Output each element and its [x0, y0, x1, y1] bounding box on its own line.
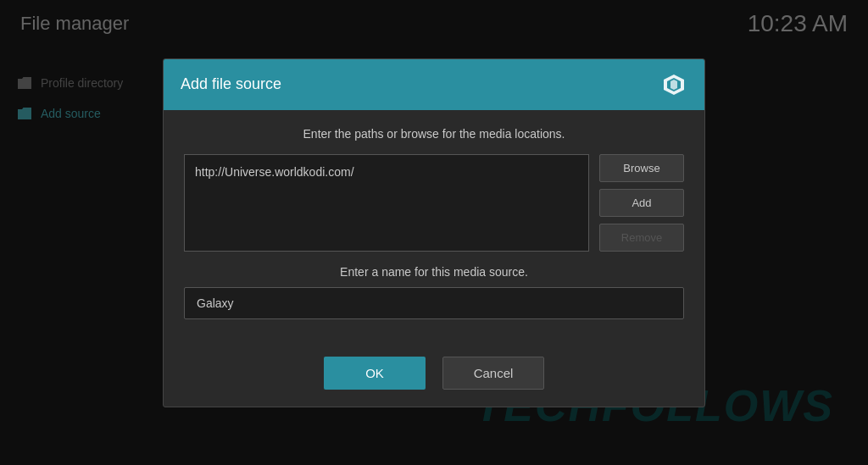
source-buttons: Browse Add Remove — [599, 154, 684, 252]
svg-marker-2 — [670, 80, 677, 90]
source-input-area[interactable]: http://Universe.worldkodi.com/ — [184, 154, 589, 252]
source-url-text: http://Universe.worldkodi.com/ — [195, 165, 354, 179]
kodi-logo — [660, 71, 687, 98]
dialog-footer: OK Cancel — [164, 353, 704, 407]
ok-button[interactable]: OK — [324, 357, 426, 390]
add-button[interactable]: Add — [599, 189, 684, 217]
dialog: Add file source Enter the paths or brows… — [163, 58, 705, 407]
path-instruction: Enter the paths or browse for the media … — [184, 127, 684, 141]
remove-button: Remove — [599, 224, 684, 252]
dialog-overlay: Add file source Enter the paths or brows… — [0, 0, 868, 465]
browse-button[interactable]: Browse — [599, 154, 684, 182]
source-row: http://Universe.worldkodi.com/ Browse Ad… — [184, 154, 684, 252]
dialog-title: Add file source — [181, 75, 281, 93]
name-instruction: Enter a name for this media source. — [184, 265, 684, 279]
cancel-button[interactable]: Cancel — [442, 357, 544, 390]
dialog-body: Enter the paths or browse for the media … — [164, 110, 704, 353]
dialog-header: Add file source — [164, 59, 704, 110]
source-name-input[interactable] — [184, 287, 684, 319]
name-input-row — [184, 287, 684, 319]
